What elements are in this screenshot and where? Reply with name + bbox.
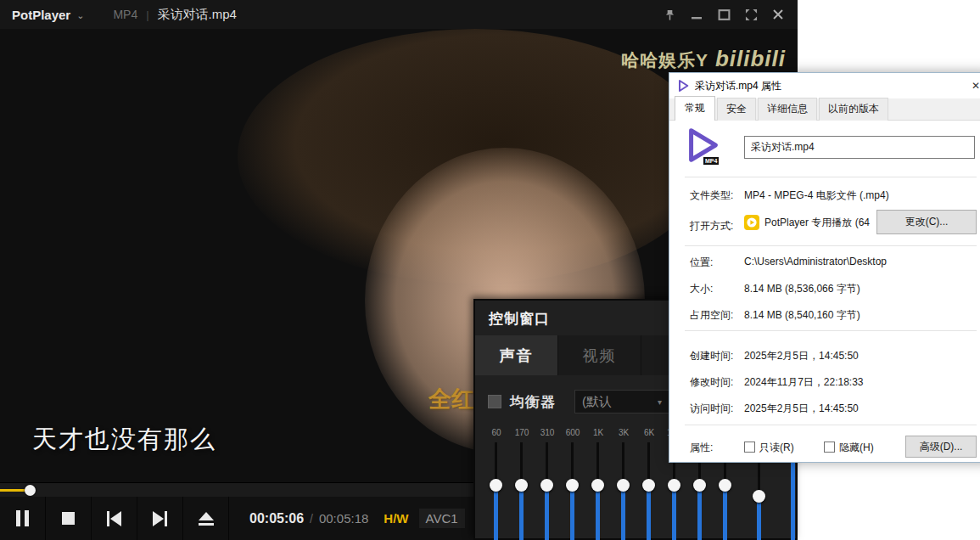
eject-icon <box>199 512 214 526</box>
equalizer-preset-dropdown[interactable]: (默认 ▾ <box>574 390 669 413</box>
tab-security[interactable]: 安全 <box>717 98 756 121</box>
eq-band-label: 170 <box>509 428 535 437</box>
window-title: 采访对话.mp4 <box>158 7 237 23</box>
field-label: 占用空间: <box>690 308 733 323</box>
eq-band-knob[interactable] <box>490 479 502 492</box>
equalizer-label: 均衡器 <box>510 392 556 412</box>
minimize-icon[interactable] <box>689 7 704 22</box>
readonly-checkbox[interactable] <box>744 442 755 453</box>
change-button[interactable]: 更改(C)... <box>876 210 977 234</box>
skip-previous-icon <box>107 511 121 526</box>
field-label: 位置: <box>690 256 713 270</box>
eject-button[interactable] <box>183 497 229 540</box>
equalizer-checkbox[interactable] <box>488 395 501 408</box>
eq-band-fill <box>519 485 524 540</box>
eq-band-knob[interactable] <box>515 479 528 492</box>
field-label: 文件类型: <box>690 188 733 203</box>
eq-band-fill <box>723 485 727 540</box>
eq-band-fill <box>791 452 795 540</box>
attributes-label: 属性: <box>690 441 713 455</box>
eq-band-knob[interactable] <box>642 479 655 492</box>
eq-band-fill <box>596 485 600 540</box>
app-menu-button[interactable]: PotPlayer <box>12 8 70 22</box>
stop-button[interactable] <box>46 497 92 540</box>
divider <box>685 177 977 177</box>
eq-band-knob[interactable] <box>591 479 604 492</box>
field-value: MP4 - MPEG-4 电影文件 (.mp4) <box>744 188 889 203</box>
filename-input[interactable] <box>744 136 975 159</box>
file-type-icon: MP4 <box>683 126 722 165</box>
equalizer-row: 均衡器 (默认 ▾ <box>488 390 669 413</box>
previous-button[interactable] <box>92 497 137 540</box>
skip-next-icon <box>153 511 167 526</box>
eq-band-knob[interactable] <box>668 479 680 492</box>
title-codec-badge: MP4 <box>113 8 137 21</box>
bilibili-logo: bilibili <box>715 46 786 72</box>
eq-band-label: 3K <box>611 428 636 437</box>
eq-band-knob[interactable] <box>719 479 731 492</box>
watermark-text: 哈哈娱乐Υ <box>621 48 708 72</box>
hw-decode-badge[interactable]: H/W <box>384 511 408 526</box>
tab-audio[interactable]: 声音 <box>475 335 558 375</box>
field-value: 8.14 MB (8,540,160 字节) <box>744 308 860 323</box>
field-value: 2024年11月7日，22:18:33 <box>744 375 864 390</box>
tab-details[interactable]: 详细信息 <box>758 98 817 121</box>
eq-band-label: 1K <box>585 428 611 437</box>
screen: PotPlayer ⌄ MP4 | 采访对话.mp4 <box>0 0 980 540</box>
eq-band-knob[interactable] <box>753 490 765 503</box>
field-value: 2025年2月5日，14:45:50 <box>744 349 859 363</box>
eq-band-fill <box>494 485 498 540</box>
field-label: 访问时间: <box>690 402 733 416</box>
file-properties-dialog: 采访对话.mp4 属性 ✕ 常规 安全 详细信息 以前的版本 MP4 文件类型:… <box>669 72 980 463</box>
eq-band-knob[interactable] <box>617 479 630 492</box>
eq-band-fill <box>621 485 625 540</box>
eq-band-knob[interactable] <box>540 479 553 492</box>
eq-band-label: 310 <box>535 428 560 437</box>
tab-video[interactable]: 视频 <box>558 335 641 375</box>
pause-icon <box>16 510 29 526</box>
divider <box>685 425 977 425</box>
time-display: 00:05:06 / 00:05:18 <box>249 511 368 526</box>
maximize-icon[interactable] <box>716 7 731 22</box>
eq-band-label: 60 <box>484 428 509 437</box>
subtitle-text: 天才也没有那么 <box>32 423 216 457</box>
eq-band-knob[interactable] <box>566 479 579 492</box>
dialog-titlebar: 采访对话.mp4 属性 ✕ <box>669 73 980 98</box>
advanced-button[interactable]: 高级(D)... <box>905 436 977 458</box>
field-label: 大小: <box>690 282 713 296</box>
potplayer-file-icon <box>676 79 690 93</box>
divider <box>685 245 977 246</box>
preset-value: (默认 <box>582 394 612 410</box>
pause-button[interactable] <box>0 497 46 540</box>
field-value: 8.14 MB (8,536,066 字节) <box>744 282 860 296</box>
field-label: 打开方式: <box>690 219 733 233</box>
open-with-value: PotPlayer 专用播放 (64 <box>744 215 870 230</box>
eq-band-fill <box>570 485 574 540</box>
eq-band-label: 6K <box>636 428 662 437</box>
field-label: 修改时间: <box>690 375 733 390</box>
tab-general[interactable]: 常规 <box>675 96 715 121</box>
eq-band-knob[interactable] <box>693 479 706 492</box>
seek-knob[interactable] <box>25 485 36 496</box>
pin-icon[interactable] <box>662 7 677 22</box>
time-total: 00:05:18 <box>319 511 368 526</box>
chevron-down-icon[interactable]: ⌄ <box>76 10 84 21</box>
readonly-checkbox-row: 只读(R) <box>744 441 794 455</box>
field-value: C:\Users\Administrator\Desktop <box>744 256 887 267</box>
field-label: 创建时间: <box>690 349 733 363</box>
dialog-tabstrip: 常规 安全 详细信息 以前的版本 <box>669 98 980 121</box>
close-icon[interactable] <box>770 7 786 22</box>
dialog-close-icon[interactable]: ✕ <box>968 78 980 93</box>
time-current: 00:05:06 <box>249 511 304 526</box>
eq-band-fill <box>647 485 651 540</box>
stop-icon <box>62 512 75 525</box>
next-button[interactable] <box>137 497 183 540</box>
hidden-checkbox[interactable] <box>824 442 835 453</box>
divider <box>685 330 977 331</box>
control-window-title: 控制窗口 <box>489 309 550 329</box>
tab-previous-versions[interactable]: 以前的版本 <box>819 98 888 121</box>
mp4-badge: MP4 <box>703 157 719 165</box>
potplayer-app-icon <box>744 215 759 230</box>
scene-caption: 全红 <box>428 384 474 414</box>
fullscreen-icon[interactable] <box>743 7 759 22</box>
